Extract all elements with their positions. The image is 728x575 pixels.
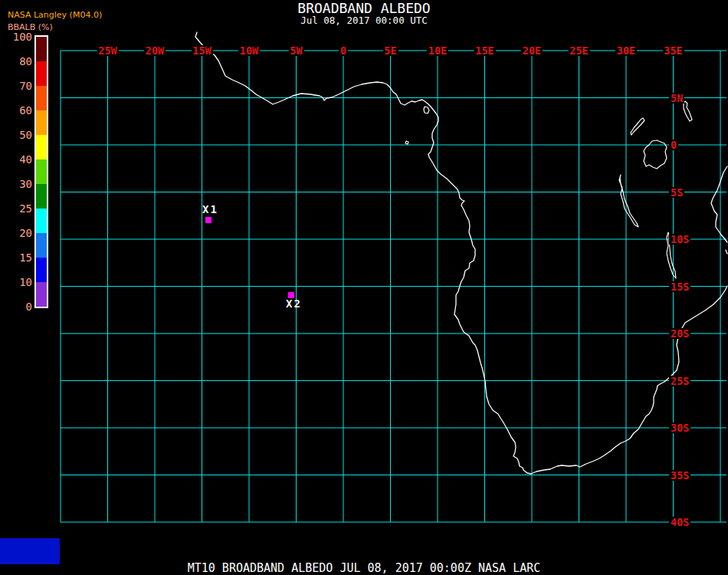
legend-color-block: [0, 538, 60, 564]
marker-label-x2: X2: [286, 298, 302, 310]
grid-lines: [61, 51, 726, 522]
lon-label: 15E: [474, 45, 495, 56]
albedo-map-viewer: BROADBAND ALBEDO Jul 08, 2017 00:00 UTC …: [0, 0, 728, 575]
lon-label: 20E: [521, 45, 543, 56]
coastline: [195, 32, 727, 474]
status-line: MT10 BROADBAND ALBEDO JUL 08, 2017 00:00…: [0, 562, 728, 574]
lake-tanganyika: [619, 175, 638, 227]
lon-label: 25W: [97, 45, 118, 56]
marker-square-x1: [205, 217, 212, 223]
lat-label: 20S: [669, 328, 690, 339]
lat-label: 5N: [669, 93, 684, 104]
lake-turkana: [684, 101, 692, 121]
marker-label-x1: X1: [202, 204, 218, 215]
lat-label: 5S: [669, 187, 684, 198]
lon-label: 30E: [615, 45, 637, 56]
map-graphics: [0, 0, 728, 575]
lon-label: 10W: [238, 45, 260, 56]
lat-label: 15S: [669, 281, 690, 292]
lat-label: 25S: [669, 376, 690, 386]
lon-label: 15W: [191, 45, 212, 56]
lon-label: 0: [339, 45, 348, 56]
lat-label: 30S: [669, 422, 690, 433]
sao-tome-island: [405, 141, 408, 144]
bioko-island: [424, 107, 429, 113]
lon-label: 10E: [427, 45, 448, 56]
lakes-and-islands: [405, 101, 692, 278]
lon-label: 5W: [288, 45, 303, 56]
lat-label: 35S: [669, 470, 690, 481]
lon-label: 5E: [382, 45, 398, 56]
lat-label: 0: [669, 140, 678, 150]
lat-label: 10S: [669, 234, 690, 245]
lon-label: 35E: [662, 45, 684, 56]
lake-albert: [631, 118, 644, 135]
lon-label: 25E: [568, 45, 589, 56]
lon-label: 20W: [144, 45, 166, 56]
lat-label: 40S: [669, 517, 690, 527]
